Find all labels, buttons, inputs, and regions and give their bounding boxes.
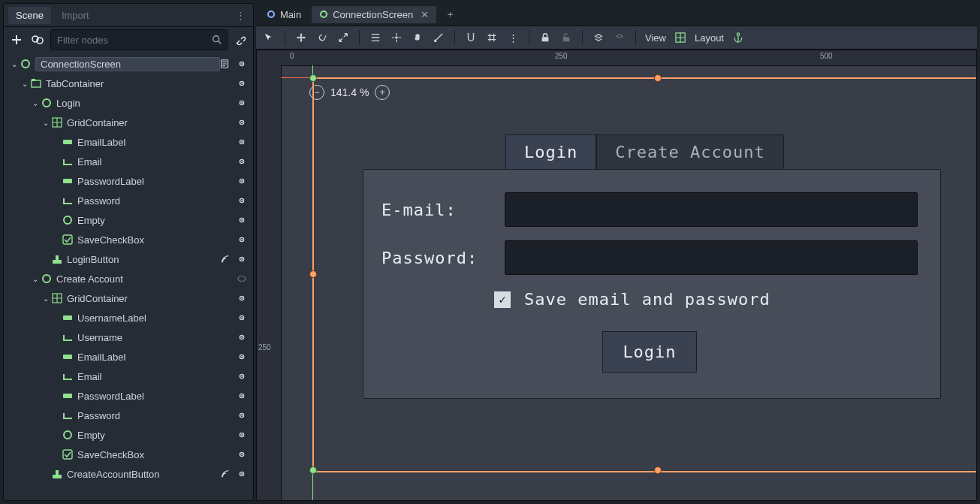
expand-caret-icon[interactable]: ⌄ bbox=[31, 275, 40, 283]
visibility-icon[interactable] bbox=[237, 293, 247, 303]
unlock-icon[interactable] bbox=[559, 31, 573, 44]
view-menu[interactable]: View bbox=[645, 32, 666, 44]
tree-node[interactable]: SaveCheckBox bbox=[4, 230, 253, 249]
tree-node[interactable]: PasswordLabel bbox=[4, 171, 253, 191]
visibility-icon[interactable] bbox=[237, 98, 247, 108]
signal-icon[interactable] bbox=[220, 469, 231, 479]
tree-node[interactable]: Empty bbox=[4, 210, 253, 230]
preview-login-button[interactable]: Login bbox=[602, 331, 696, 373]
tree-node[interactable]: Password bbox=[4, 406, 253, 425]
visibility-icon[interactable] bbox=[237, 410, 247, 421]
expand-caret-icon[interactable]: ⌄ bbox=[41, 119, 50, 127]
filter-nodes-field[interactable] bbox=[50, 29, 228, 50]
tree-node[interactable]: Email bbox=[4, 152, 253, 171]
expand-caret-icon[interactable]: ⌄ bbox=[20, 80, 29, 88]
ruler-tool-icon[interactable] bbox=[432, 31, 445, 44]
visibility-icon[interactable] bbox=[237, 469, 247, 479]
connect-icon[interactable] bbox=[232, 32, 249, 48]
script-icon[interactable] bbox=[220, 59, 231, 69]
visibility-icon[interactable] bbox=[237, 137, 247, 147]
visibility-icon[interactable] bbox=[237, 371, 247, 382]
tab-connection-screen[interactable]: ConnectionScreen ✕ bbox=[312, 6, 436, 23]
tree-node[interactable]: Empty bbox=[4, 425, 253, 445]
selection-handle[interactable] bbox=[654, 74, 662, 82]
tree-node[interactable]: CreateAccountButton bbox=[4, 464, 253, 484]
tree-node[interactable]: ⌄TabContainer bbox=[4, 74, 253, 93]
visibility-icon[interactable] bbox=[237, 391, 247, 401]
visibility-icon[interactable] bbox=[237, 449, 247, 460]
tree-node[interactable]: SaveCheckBox bbox=[4, 445, 253, 464]
close-tab-icon[interactable]: ✕ bbox=[421, 9, 429, 20]
visibility-icon[interactable] bbox=[237, 78, 247, 89]
tree-node[interactable]: Username bbox=[4, 327, 253, 347]
tree-node[interactable]: LoginButton bbox=[4, 249, 253, 269]
new-tab-icon[interactable]: ＋ bbox=[439, 8, 461, 21]
signal-icon[interactable] bbox=[220, 254, 231, 264]
expand-caret-icon[interactable]: ⌄ bbox=[10, 60, 19, 68]
grid-snap-icon[interactable] bbox=[485, 31, 499, 44]
preview-tab-login[interactable]: Login bbox=[505, 134, 596, 169]
tree-node[interactable]: Email bbox=[4, 367, 253, 386]
pivot-tool-icon[interactable] bbox=[390, 31, 403, 44]
scene-tree[interactable]: ⌄ConnectionScreen⌄TabContainer⌄Login⌄Gri… bbox=[4, 53, 253, 500]
scene-tab[interactable]: Scene bbox=[8, 7, 51, 24]
snap-toggle-icon[interactable] bbox=[464, 31, 478, 44]
pan-tool-icon[interactable] bbox=[411, 31, 424, 44]
preview-save-checkbox[interactable]: ✓ bbox=[494, 291, 511, 308]
dock-menu-icon[interactable]: ⋮ bbox=[233, 10, 249, 21]
visibility-icon[interactable] bbox=[237, 352, 247, 362]
preview-email-input[interactable] bbox=[505, 192, 918, 227]
select-tool-icon[interactable] bbox=[262, 31, 276, 44]
visibility-icon[interactable] bbox=[237, 195, 247, 206]
visibility-icon[interactable] bbox=[237, 234, 247, 245]
preview-password-input[interactable] bbox=[505, 240, 918, 275]
snap-options-icon[interactable]: ⋮ bbox=[506, 31, 520, 44]
zoom-in-icon[interactable]: + bbox=[375, 85, 390, 100]
tree-node[interactable]: ⌄GridContainer bbox=[4, 113, 253, 132]
rotate-tool-icon[interactable] bbox=[315, 31, 329, 44]
anchor-handle[interactable] bbox=[309, 466, 317, 474]
visibility-icon[interactable] bbox=[237, 273, 247, 284]
canvas-viewport[interactable]: 0 250 500 250 − 141.4 % + bbox=[256, 50, 977, 501]
tree-node[interactable]: ⌄Create Account bbox=[4, 269, 253, 288]
tree-node[interactable]: PasswordLabel bbox=[4, 386, 253, 406]
scale-tool-icon[interactable] bbox=[336, 31, 350, 44]
tree-node[interactable]: EmailLabel bbox=[4, 132, 253, 152]
filter-nodes-input[interactable] bbox=[56, 34, 212, 47]
anchor-icon[interactable] bbox=[731, 31, 745, 44]
zoom-out-icon[interactable]: − bbox=[309, 85, 324, 100]
add-node-icon[interactable] bbox=[8, 32, 25, 48]
preview-tab-create[interactable]: Create Account bbox=[596, 134, 783, 169]
list-select-icon[interactable] bbox=[369, 31, 382, 44]
selection-handle[interactable] bbox=[654, 466, 662, 474]
scene-toolbar bbox=[4, 27, 253, 53]
tree-node[interactable]: EmailLabel bbox=[4, 347, 253, 367]
visibility-icon[interactable] bbox=[237, 332, 247, 343]
lock-icon[interactable] bbox=[538, 31, 552, 44]
import-tab[interactable]: Import bbox=[54, 7, 97, 24]
expand-caret-icon[interactable]: ⌄ bbox=[31, 99, 40, 107]
tree-node[interactable]: ⌄ConnectionScreen bbox=[4, 54, 253, 74]
tree-node[interactable]: Password bbox=[4, 191, 253, 210]
tree-node[interactable]: UsernameLabel bbox=[4, 308, 253, 327]
layout-menu[interactable]: Layout bbox=[695, 32, 724, 44]
visibility-icon[interactable] bbox=[237, 176, 247, 186]
visibility-icon[interactable] bbox=[237, 254, 247, 264]
expand-caret-icon[interactable]: ⌄ bbox=[41, 294, 50, 303]
tab-main[interactable]: Main bbox=[259, 6, 309, 23]
visibility-icon[interactable] bbox=[237, 156, 247, 167]
group-icon[interactable] bbox=[592, 31, 605, 44]
tree-node[interactable]: ⌄Login bbox=[4, 93, 253, 113]
ungroup-icon[interactable] bbox=[613, 31, 626, 44]
selection-handle[interactable] bbox=[309, 270, 317, 278]
zoom-percent[interactable]: 141.4 % bbox=[330, 86, 369, 98]
visibility-icon[interactable] bbox=[237, 59, 247, 69]
tree-node[interactable]: ⌄GridContainer bbox=[4, 288, 253, 308]
move-tool-icon[interactable] bbox=[294, 31, 308, 44]
visibility-icon[interactable] bbox=[237, 430, 247, 440]
visibility-icon[interactable] bbox=[237, 215, 247, 225]
instance-scene-icon[interactable] bbox=[29, 32, 46, 48]
visibility-icon[interactable] bbox=[237, 312, 247, 323]
visibility-icon[interactable] bbox=[237, 117, 247, 128]
anchor-handle[interactable] bbox=[309, 74, 317, 82]
